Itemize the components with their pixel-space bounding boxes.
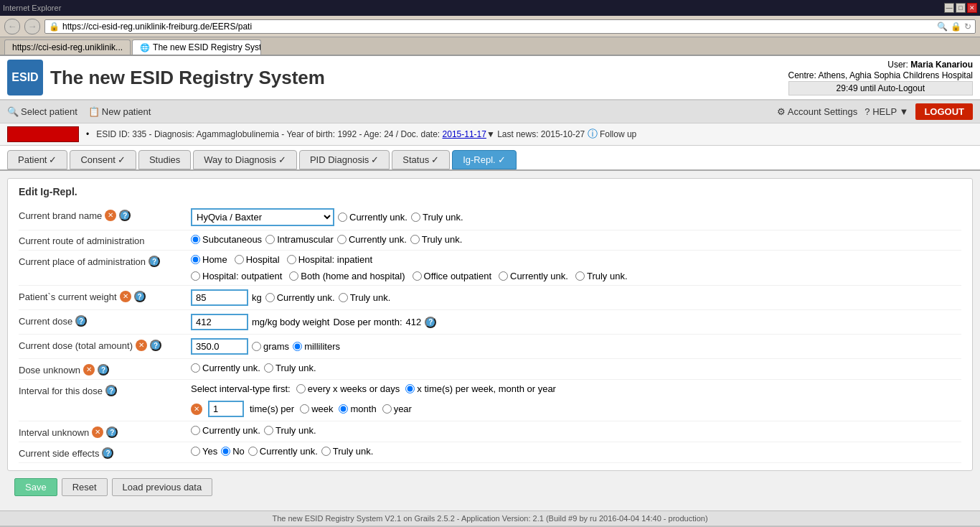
refresh-icon[interactable]: ↻ <box>964 22 971 32</box>
brand-name-help[interactable]: ? <box>119 210 131 221</box>
account-settings-link[interactable]: ⚙ Account Settings <box>777 106 858 117</box>
interval-unknown-help[interactable]: ? <box>106 426 118 438</box>
bottom-bar: Save Reset Load previous data <box>7 471 973 503</box>
place-admin-help[interactable]: ? <box>149 256 160 267</box>
tab-consent[interactable]: Consent ✓ <box>70 150 136 169</box>
interval-month[interactable]: month <box>339 404 376 414</box>
weight-row: Patient`s current weight ✕ ? kg Currentl… <box>19 286 961 310</box>
follow-up-icon[interactable]: ⓘ <box>588 128 598 139</box>
dose-per-month-help[interactable]: ? <box>425 317 436 328</box>
place-hospital[interactable]: Hospital <box>235 254 280 265</box>
load-previous-button[interactable]: Load previous data <box>112 478 213 496</box>
tab-consent-label: Consent <box>80 154 115 165</box>
dose-total-help[interactable]: ? <box>150 340 161 351</box>
patient-input[interactable] <box>7 126 79 142</box>
main-content: Edit Ig-Repl. Current brand name ✕ ? HyQ… <box>0 171 980 510</box>
route-currently-unk[interactable]: Currently unk. <box>337 234 407 245</box>
reset-button[interactable]: Reset <box>62 478 108 496</box>
side-effects-truly-unk[interactable]: Truly unk. <box>321 446 374 457</box>
side-effects-no[interactable]: No <box>221 446 245 457</box>
user-label: User: <box>887 60 908 70</box>
brand-name-label: Current brand name ✕ ? <box>19 208 191 221</box>
brand-name-select[interactable]: HyQvia / Baxter <box>191 208 334 226</box>
dose-unk-truly[interactable]: Truly unk. <box>264 363 316 373</box>
interval-times-input[interactable] <box>208 401 244 417</box>
interval-opt2[interactable]: x time(s) per week, month or year <box>405 383 556 394</box>
dose-unk-currently[interactable]: Currently unk. <box>191 363 260 373</box>
route-truly-unk[interactable]: Truly unk. <box>410 234 463 245</box>
maximize-button[interactable]: □ <box>956 3 966 13</box>
weight-clear[interactable]: ✕ <box>120 291 131 302</box>
interval-help[interactable]: ? <box>105 385 117 396</box>
save-button[interactable]: Save <box>14 478 57 496</box>
lock-icon: 🔒 <box>951 22 961 32</box>
account-settings-label: Account Settings <box>788 106 858 117</box>
tab-patient[interactable]: Patient ✓ <box>7 150 67 169</box>
app-logo-group: ESID The new ESID Registry System <box>7 60 325 95</box>
interval-unk-currently[interactable]: Currently unk. <box>191 425 260 436</box>
place-truly-unk[interactable]: Truly unk. <box>575 271 628 281</box>
tab-status[interactable]: Status ✓ <box>392 150 450 169</box>
dose-input[interactable] <box>191 314 248 330</box>
dose-total-input[interactable] <box>191 338 248 355</box>
dose-row: Current dose ? mg/kg body weight Dose pe… <box>19 310 961 335</box>
tab-ig-repl[interactable]: Ig-Repl. ✓ <box>452 150 517 169</box>
weight-truly-unk[interactable]: Truly unk. <box>339 292 391 303</box>
url-input[interactable] <box>62 22 934 32</box>
weight-currently-unk[interactable]: Currently unk. <box>265 292 335 303</box>
place-hospital-outpatient[interactable]: Hospital: outpatient <box>191 271 282 281</box>
interval-opt1[interactable]: every x weeks or days <box>296 383 400 394</box>
new-patient-link[interactable]: 📋 New patient <box>88 106 151 117</box>
dose-unknown-clear[interactable]: ✕ <box>83 364 95 376</box>
route-subcutaneous[interactable]: Subcutaneous <box>191 234 262 245</box>
brand-name-row: Current brand name ✕ ? HyQvia / Baxter C… <box>19 205 961 230</box>
weight-help[interactable]: ? <box>134 291 146 302</box>
forward-button[interactable]: → <box>24 19 40 34</box>
place-admin-row: Current place of administration ? Home H… <box>19 251 961 286</box>
minimize-button[interactable]: — <box>944 3 954 13</box>
route-intramuscular[interactable]: Intramuscular <box>265 234 334 245</box>
brand-currently-unk[interactable]: Currently unk. <box>338 212 407 223</box>
side-effects-yes[interactable]: Yes <box>191 446 217 457</box>
tab-1[interactable]: https://cci-esid-reg.uniklinik... <box>4 39 131 55</box>
interval-week[interactable]: week <box>300 404 333 414</box>
dose-unknown-help[interactable]: ? <box>98 364 109 376</box>
close-button[interactable]: ✕ <box>967 3 977 13</box>
dose-total-controls: grams milliliters <box>191 338 961 355</box>
brand-truly-unk[interactable]: Truly unk. <box>411 212 463 223</box>
place-both[interactable]: Both (home and hospital) <box>289 271 405 281</box>
place-currently-unk[interactable]: Currently unk. <box>499 271 568 281</box>
place-admin-label: Current place of administration ? <box>19 254 191 267</box>
patient-info: ESID ID: 335 - Diagnosis: Agammaglobulin… <box>96 128 636 141</box>
doc-date[interactable]: 2015-11-17 <box>443 129 486 139</box>
interval-unk-truly[interactable]: Truly unk. <box>264 425 316 436</box>
tab-pid-diagnosis[interactable]: PID Diagnosis ✓ <box>299 150 390 169</box>
title-bar: Internet Explorer — □ ✕ <box>0 0 980 16</box>
dose-unit: mg/kg body weight <box>252 317 329 327</box>
window-controls[interactable]: — □ ✕ <box>944 3 977 13</box>
dose-grams[interactable]: grams <box>252 341 289 352</box>
app-header: ESID The new ESID Registry System User: … <box>0 56 980 101</box>
back-button[interactable]: ← <box>4 19 20 34</box>
interval-controls: Select interval-type first: every x week… <box>191 383 961 417</box>
interval-clear[interactable]: ✕ <box>191 404 202 415</box>
side-effects-help[interactable]: ? <box>102 447 113 459</box>
interval-unknown-clear[interactable]: ✕ <box>92 426 103 438</box>
brand-name-clear[interactable]: ✕ <box>105 210 116 221</box>
dose-total-clear[interactable]: ✕ <box>136 340 147 351</box>
place-home[interactable]: Home <box>191 254 227 265</box>
logout-button[interactable]: LOGOUT <box>915 103 973 120</box>
place-hospital-inpatient[interactable]: Hospital: inpatient <box>287 254 372 265</box>
tab-2[interactable]: 🌐 The new ESID Registry Syste... ✕ <box>132 39 261 55</box>
dose-milliliters[interactable]: milliliters <box>293 341 340 352</box>
select-patient-link[interactable]: 🔍 Select patient <box>7 106 77 117</box>
side-effects-currently-unk[interactable]: Currently unk. <box>248 446 318 457</box>
help-link[interactable]: ? HELP ▼ <box>864 106 908 117</box>
interval-year[interactable]: year <box>382 404 412 414</box>
place-office[interactable]: Office outpatient <box>413 271 491 281</box>
weight-input[interactable] <box>191 289 248 306</box>
interval-row: Interval for this dose ? Select interval… <box>19 380 961 421</box>
tab-way-to-diagnosis[interactable]: Way to Diagnosis ✓ <box>193 150 297 169</box>
dose-help[interactable]: ? <box>75 315 87 327</box>
tab-studies[interactable]: Studies <box>138 150 191 169</box>
